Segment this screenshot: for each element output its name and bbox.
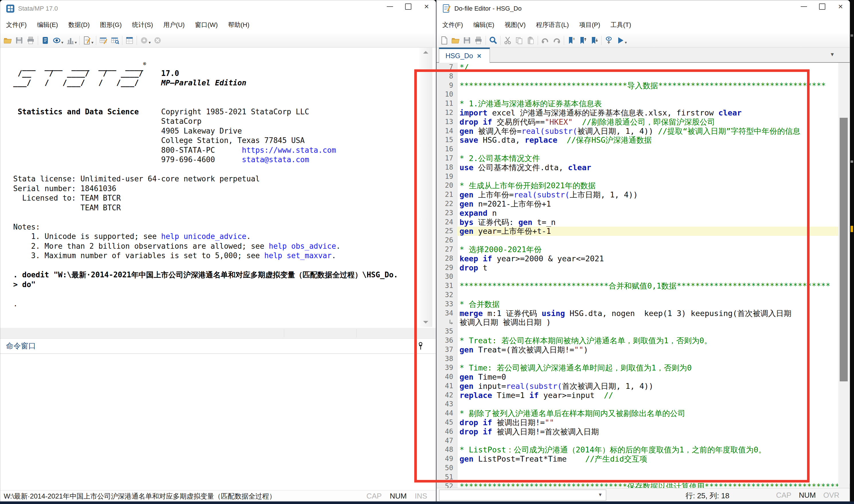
- viewer-eye-icon[interactable]: [51, 34, 62, 47]
- stata-menu-7[interactable]: 帮助(H): [223, 19, 254, 31]
- line-number: 47: [437, 436, 457, 446]
- status-flag-ins: INS: [415, 492, 427, 501]
- status-flag-ovr: OVR: [823, 491, 839, 500]
- save-icon[interactable]: [461, 34, 473, 47]
- dofile-menu-3[interactable]: 程序语言(L): [531, 19, 574, 31]
- results-scrollbar[interactable]: [419, 48, 432, 327]
- scroll-down-icon[interactable]: [419, 321, 432, 323]
- help-link[interactable]: help unicode_advice: [161, 232, 247, 241]
- save-icon[interactable]: [14, 34, 25, 47]
- dropdown-caret-icon[interactable]: ▾: [91, 40, 93, 45]
- find-magnifier-icon[interactable]: [487, 34, 499, 47]
- data-browser-grid-icon[interactable]: [109, 34, 121, 47]
- graph-bars-icon[interactable]: [65, 34, 76, 47]
- folder-open-icon[interactable]: [450, 34, 461, 47]
- preview-eye-icon[interactable]: [603, 34, 615, 47]
- stata-menu-0[interactable]: 文件(F): [1, 19, 31, 31]
- stata-toolbar: ▾▾▾▾: [0, 33, 436, 48]
- results-line: [13, 289, 398, 299]
- stata-menu-6[interactable]: 窗口(W): [190, 19, 222, 31]
- maximize-button[interactable]: [813, 0, 831, 13]
- code-text: * 生成从上市年份开始到2021年的数据: [457, 181, 838, 190]
- close-button[interactable]: ×: [417, 0, 436, 13]
- line-number: 20: [437, 181, 457, 190]
- run-do-icon[interactable]: [615, 34, 626, 47]
- dock-splitter[interactable]: [0, 328, 436, 339]
- dropdown-caret-icon[interactable]: ▾: [75, 40, 77, 45]
- scrollbar-thumb[interactable]: [840, 118, 848, 381]
- editor-scrollbar[interactable]: [838, 63, 849, 489]
- copy-icon[interactable]: [513, 34, 525, 47]
- code-editor-area[interactable]: 7*/89***********************************…: [437, 63, 850, 489]
- code-line: 37gen Treat=(首次被调入日期!=""): [437, 345, 850, 355]
- stata-menu-2[interactable]: 数据(D): [63, 19, 94, 31]
- close-button[interactable]: ×: [831, 0, 850, 13]
- line-number: 35: [437, 327, 457, 336]
- bookmark-toggle-icon[interactable]: ±: [565, 34, 577, 47]
- line-number: 28: [437, 254, 457, 263]
- stata-menu-1[interactable]: 编辑(E): [32, 19, 62, 31]
- dofile-menu-0[interactable]: 文件(F): [438, 19, 468, 31]
- code-text: 被调入日期 被调出日期 ): [457, 318, 838, 327]
- dropdown-caret-icon[interactable]: ▾: [625, 40, 627, 45]
- break-circle-icon[interactable]: [152, 34, 163, 47]
- code-line: 16: [437, 145, 850, 154]
- minimize-button[interactable]: [795, 0, 813, 13]
- line-number: 15: [437, 136, 457, 145]
- stata-titlebar[interactable]: Stata/MP 17.0 ×: [0, 0, 436, 17]
- undo-arrow-icon[interactable]: [540, 34, 551, 47]
- do-editor-doc-icon[interactable]: [81, 34, 93, 47]
- dofile-menu-2[interactable]: 视图(V): [500, 19, 530, 31]
- log-book-icon[interactable]: [39, 34, 51, 47]
- print-icon[interactable]: [25, 34, 36, 47]
- help-link[interactable]: https://www.stata.com: [242, 146, 336, 155]
- help-link[interactable]: help set_maxvar: [265, 251, 332, 260]
- help-link[interactable]: help obs_advice: [269, 242, 336, 250]
- code-lines: 7*/89***********************************…: [437, 63, 850, 489]
- scroll-up-icon[interactable]: [419, 51, 432, 54]
- redo-arrow-icon[interactable]: [551, 34, 562, 47]
- help-link[interactable]: stata@stata.com: [242, 155, 309, 164]
- tab-close-icon[interactable]: ×: [477, 52, 481, 59]
- maximize-button[interactable]: [399, 0, 417, 13]
- code-text: ************************************导入数据…: [457, 81, 838, 90]
- command-input-area[interactable]: [0, 354, 436, 491]
- dofile-titlebar[interactable]: Do-file Editor - HSG_Do ×: [437, 0, 850, 17]
- line-number: 19: [437, 172, 457, 181]
- minimize-button[interactable]: [381, 0, 399, 13]
- chevron-down-icon[interactable]: ▼: [598, 492, 602, 498]
- new-doc-icon[interactable]: [438, 34, 450, 47]
- tab-hsg-do[interactable]: HSG_Do ×: [439, 48, 490, 63]
- navigation-combobox[interactable]: ▼: [439, 490, 606, 501]
- editor-tabbar: HSG_Do × ▼: [437, 48, 850, 63]
- line-number: 18: [437, 163, 457, 172]
- code-text: [457, 464, 838, 473]
- cut-scissors-icon[interactable]: [502, 34, 513, 47]
- paste-icon[interactable]: [525, 34, 536, 47]
- code-line: 19: [437, 172, 850, 181]
- bookmark-prev-icon[interactable]: [577, 34, 588, 47]
- do-file-icon: [442, 4, 451, 13]
- code-text: drop if 交易所代码=="HKEX" //剔除港股通公司，即保留沪深股公司: [457, 118, 838, 127]
- dofile-menu-5[interactable]: 工具(T): [606, 19, 636, 31]
- tab-list-dropdown-icon[interactable]: ▼: [830, 52, 835, 58]
- dropdown-caret-icon[interactable]: ▾: [149, 40, 151, 45]
- folder-open-icon[interactable]: [2, 34, 14, 47]
- results-line: [13, 97, 398, 107]
- pin-icon[interactable]: [417, 342, 424, 351]
- code-text: ********************************合并和赋值0,1…: [457, 281, 838, 290]
- print-icon[interactable]: [473, 34, 484, 47]
- line-number: 24: [437, 218, 457, 227]
- variables-grid-icon[interactable]: [124, 34, 135, 47]
- stata-menu-4[interactable]: 统计(S): [127, 19, 158, 31]
- code-text: gen ListPost=Treat*Time //产生did交互项: [457, 454, 838, 464]
- stata-menu-3[interactable]: 图形(G): [95, 19, 126, 31]
- line-number: 14: [437, 127, 457, 136]
- dropdown-caret-icon[interactable]: ▾: [61, 40, 63, 45]
- data-editor-grid-icon[interactable]: [98, 34, 109, 47]
- bookmark-next-icon[interactable]: [588, 34, 600, 47]
- dofile-menu-1[interactable]: 编辑(E): [469, 19, 499, 31]
- dofile-menu-4[interactable]: 项目(P): [575, 19, 605, 31]
- more-circle-icon[interactable]: [138, 34, 150, 47]
- stata-menu-5[interactable]: 用户(U): [159, 19, 189, 31]
